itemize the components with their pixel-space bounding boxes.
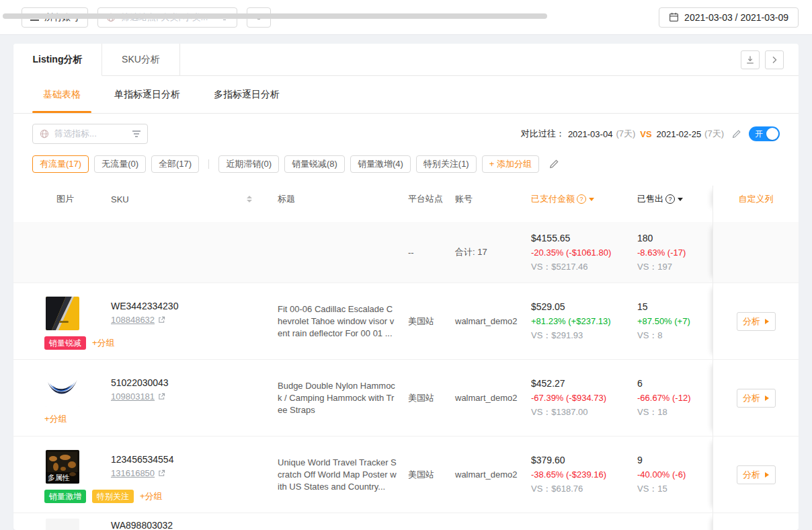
analyze-label: 分析 — [743, 392, 760, 404]
group-no-traffic[interactable]: 无流量(0) — [94, 155, 146, 173]
summary-row: -- 合计: 17 $4155.65 -20.35% (-$1061.80) V… — [13, 222, 799, 282]
account-name: walmart_demo2 — [455, 393, 531, 403]
item-id-text[interactable]: 108848632 — [111, 315, 155, 325]
item-id-link[interactable]: 108848632 — [111, 315, 165, 325]
group-stale[interactable]: 近期滞销(0) — [218, 155, 279, 173]
sku-text: WE3442334230 — [111, 301, 178, 311]
header-custom-columns[interactable]: 自定义列 — [713, 186, 799, 213]
sold-change: -66.67% (-12) — [637, 391, 690, 405]
header-image: 图片 — [43, 186, 111, 213]
subtab-multi-metric-daily[interactable]: 多指标逐日分析 — [203, 76, 290, 113]
add-to-group-link[interactable]: +分组 — [44, 413, 67, 425]
item-id-link[interactable]: 109803181 — [111, 391, 165, 402]
metric-filter-placeholder: 筛选指标... — [54, 128, 97, 140]
subtab-single-metric-daily[interactable]: 单指标逐日分析 — [104, 76, 191, 113]
analyze-button[interactable]: 分析 — [737, 465, 776, 484]
product-title: Unique World Travel Tracker Scratch Off … — [278, 457, 408, 493]
tag-row: 销量激增 特别关注 +分组 — [44, 490, 163, 503]
sold-change: -40.00% (-6) — [637, 467, 686, 482]
image-cell — [43, 513, 111, 530]
header-sold[interactable]: 已售出 ? — [637, 193, 713, 205]
header-account-label: 账号 — [455, 193, 473, 205]
analyze-button[interactable]: 分析 — [737, 312, 776, 331]
product-image[interactable] — [46, 519, 79, 530]
header-paid-label: 已支付金额 — [531, 193, 575, 205]
group-has-traffic[interactable]: 有流量(17) — [32, 155, 89, 173]
product-image[interactable] — [46, 373, 79, 407]
collapse-panel-button[interactable] — [765, 50, 784, 69]
header-custom-label: 自定义列 — [739, 193, 774, 205]
date-range-button[interactable]: 2021-03-03 / 2021-03-09 — [659, 7, 799, 28]
caret-down-icon — [678, 198, 683, 201]
table-row: WA898803032 — [13, 513, 799, 530]
add-group-button[interactable]: + 添加分组 — [482, 155, 539, 173]
header-sku-label: SKU — [111, 194, 129, 204]
tab-sku-analysis[interactable]: SKU分析 — [102, 44, 180, 76]
item-id-text[interactable]: 109803181 — [111, 391, 155, 402]
sold-vs: VS：8 — [637, 328, 690, 342]
paid-change: -67.39% (-$934.73) — [531, 391, 606, 405]
external-link-icon[interactable] — [158, 393, 165, 400]
paid-amount-cell: $452.27 -67.39% (-$934.73) VS：$1387.00 — [531, 377, 637, 419]
car-visor-image — [46, 297, 79, 330]
calendar-icon — [669, 12, 679, 22]
header-sold-label: 已售出 — [637, 193, 663, 205]
analyze-button[interactable]: 分析 — [737, 389, 776, 408]
group-all[interactable]: 全部(17) — [151, 155, 199, 173]
add-to-group-link[interactable]: +分组 — [140, 490, 163, 502]
summary-image-cell — [43, 222, 111, 282]
hammock-image — [46, 373, 79, 407]
compare-toggle[interactable]: 开 — [749, 126, 780, 141]
item-id-text[interactable]: 131616850 — [111, 468, 155, 478]
download-button[interactable] — [741, 50, 760, 69]
header-site: 平台站点 — [408, 193, 455, 205]
header-sku[interactable]: SKU — [111, 186, 278, 213]
multi-variant-overlay: 多属性 — [46, 472, 79, 484]
external-link-icon[interactable] — [158, 469, 165, 477]
summary-fixed-cell — [713, 222, 799, 282]
pencil-icon — [549, 159, 559, 169]
compare-days-b: (7天) — [704, 128, 724, 140]
sku-text: WA898803032 — [111, 520, 173, 530]
sku-text: 123456534554 — [111, 454, 173, 465]
platform-site: 美国站 — [408, 315, 455, 328]
summary-paid-value: $4155.65 — [531, 231, 611, 245]
header-account: 账号 — [455, 193, 531, 205]
summary-paid-change: -20.35% (-$1061.80) — [531, 245, 611, 260]
subtab-basic-table[interactable]: 基础表格 — [32, 76, 91, 113]
pencil-icon — [731, 129, 741, 139]
date-range-label: 2021-03-03 / 2021-03-09 — [684, 12, 788, 23]
question-circle-icon[interactable]: ? — [665, 194, 675, 204]
group-special-watch[interactable]: 特别关注(1) — [416, 155, 477, 173]
compare-days-a: (7天) — [616, 128, 635, 140]
header-site-label: 平台站点 — [408, 193, 443, 205]
sort-icon[interactable] — [247, 196, 252, 202]
edit-groups-button[interactable] — [549, 159, 559, 169]
product-image[interactable] — [46, 297, 79, 330]
divider — [208, 159, 209, 169]
add-to-group-link[interactable]: +分组 — [92, 337, 115, 349]
sold-value: 6 — [637, 377, 690, 391]
group-filter-row: 有流量(17) 无流量(0) 全部(17) 近期滞销(0) 销量锐减(8) 销量… — [13, 155, 799, 173]
group-sales-drop[interactable]: 销量锐减(8) — [284, 155, 345, 173]
sold-cell: 9 -40.00% (-6) VS：15 — [637, 453, 713, 496]
image-cell: 多属性 销量激增 特别关注 +分组 — [43, 437, 111, 513]
summary-paid-cell: $4155.65 -20.35% (-$1061.80) VS：$5217.46 — [531, 231, 637, 274]
edit-compare-button[interactable] — [731, 129, 741, 139]
metric-filter-select[interactable]: 筛选指标... — [32, 124, 148, 144]
sold-value: 15 — [637, 300, 690, 314]
external-link-icon[interactable] — [158, 316, 165, 324]
item-id-link[interactable]: 131616850 — [111, 468, 165, 478]
tab-listing-analysis[interactable]: Listing分析 — [13, 44, 102, 76]
header-paid-amount[interactable]: 已支付金额 ? — [531, 193, 637, 205]
product-image[interactable]: 多属性 — [46, 450, 79, 484]
question-circle-icon[interactable]: ? — [577, 194, 586, 204]
group-sales-surge[interactable]: 销量激增(4) — [350, 155, 411, 173]
header-title: 标题 — [278, 193, 408, 205]
vs-label: VS — [640, 129, 651, 139]
compare-label: 对比过往： — [521, 128, 565, 140]
tag-row: 销量锐减 +分组 — [44, 336, 115, 350]
paid-amount-cell: $529.05 +81.23% (+$237.13) VS：$291.93 — [531, 300, 637, 342]
account-name: walmart_demo2 — [455, 469, 531, 480]
compare-past-control: 对比过往： 2021-03-04 (7天) VS 2021-02-25 (7天)… — [521, 126, 780, 141]
